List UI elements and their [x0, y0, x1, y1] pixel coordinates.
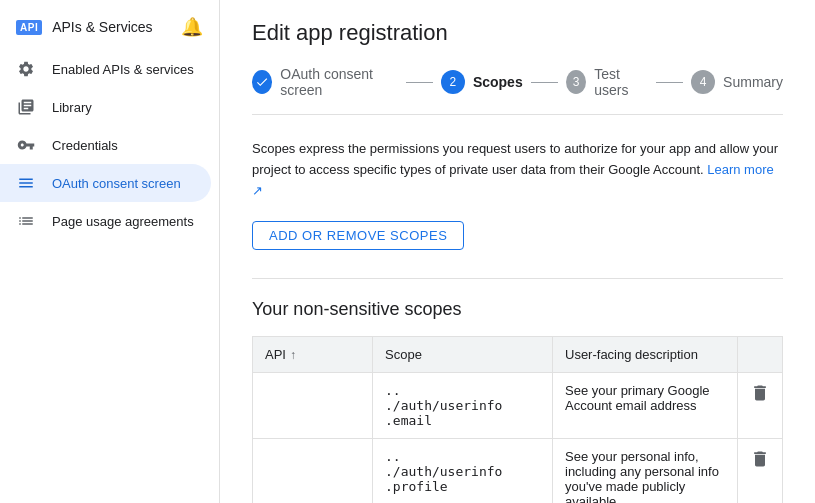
library-icon [16, 98, 36, 116]
enabled-apis-icon [16, 60, 36, 78]
sidebar-item-label: Page usage agreements [52, 214, 194, 229]
step-test-users[interactable]: 3 Test users [566, 66, 648, 98]
oauth-consent-icon [16, 174, 36, 192]
sidebar-item-oauth-consent[interactable]: OAuth consent screen [0, 164, 211, 202]
step-divider-2 [531, 82, 558, 83]
delete-row-2-button[interactable] [750, 449, 770, 469]
delete-row-1-button[interactable] [750, 383, 770, 403]
sidebar-item-label: Library [52, 100, 92, 115]
sidebar-title: APIs & Services [52, 19, 152, 35]
step-4-circle: 4 [691, 70, 715, 94]
row-1-api [253, 373, 373, 439]
row-2-scope: .../auth/userinfo.profile [373, 439, 553, 503]
sidebar-item-enabled-apis[interactable]: Enabled APIs & services [0, 50, 211, 88]
section-divider [252, 278, 783, 279]
step-divider-1 [406, 82, 433, 83]
step-divider-3 [656, 82, 683, 83]
step-2-label: Scopes [473, 74, 523, 90]
sidebar-item-label: Credentials [52, 138, 118, 153]
non-sensitive-section-title: Your non-sensitive scopes [252, 299, 783, 320]
sort-icon[interactable]: ↑ [290, 348, 296, 362]
sidebar-item-credentials[interactable]: Credentials [0, 126, 211, 164]
add-remove-scopes-button[interactable]: ADD OR REMOVE SCOPES [252, 221, 464, 250]
sidebar-item-label: OAuth consent screen [52, 176, 181, 191]
step-1-circle [252, 70, 272, 94]
sidebar: API APIs & Services 🔔 Enabled APIs & ser… [0, 0, 220, 503]
step-3-circle: 3 [566, 70, 586, 94]
page-usage-icon [16, 212, 36, 230]
step-4-label: Summary [723, 74, 783, 90]
sidebar-item-page-usage[interactable]: Page usage agreements [0, 202, 211, 240]
step-1-label: OAuth consent screen [280, 66, 397, 98]
step-oauth-consent[interactable]: OAuth consent screen [252, 66, 398, 98]
step-summary[interactable]: 4 Summary [691, 70, 783, 94]
table-row: .../auth/userinfo.email See your primary… [253, 373, 783, 439]
sidebar-header: API APIs & Services 🔔 [0, 8, 219, 50]
stepper: OAuth consent screen 2 Scopes 3 Test use… [252, 66, 783, 115]
sidebar-item-library[interactable]: Library [0, 88, 211, 126]
row-1-delete[interactable] [738, 373, 783, 439]
bell-icon[interactable]: 🔔 [181, 16, 203, 38]
row-1-description: See your primary Google Account email ad… [553, 373, 738, 439]
row-2-api [253, 439, 373, 503]
th-actions [738, 337, 783, 373]
scopes-description: Scopes express the permissions you reque… [252, 139, 783, 201]
scopes-table: API ↑ Scope User-facing description .../… [252, 336, 783, 503]
sidebar-item-label: Enabled APIs & services [52, 62, 194, 77]
row-2-description: See your personal info, including any pe… [553, 439, 738, 503]
main-content: Edit app registration OAuth consent scre… [220, 0, 815, 503]
step-scopes[interactable]: 2 Scopes [441, 70, 523, 94]
th-scope: Scope [373, 337, 553, 373]
step-3-label: Test users [594, 66, 648, 98]
table-row: .../auth/userinfo.profile See your perso… [253, 439, 783, 503]
th-description: User-facing description [553, 337, 738, 373]
row-1-scope: .../auth/userinfo.email [373, 373, 553, 439]
page-title: Edit app registration [252, 20, 783, 46]
description-text: Scopes express the permissions you reque… [252, 141, 778, 177]
api-badge: API [16, 20, 42, 35]
sidebar-nav: Enabled APIs & services Library Credenti… [0, 50, 219, 240]
credentials-icon [16, 136, 36, 154]
step-2-circle: 2 [441, 70, 465, 94]
th-api: API ↑ [253, 337, 373, 373]
row-2-delete[interactable] [738, 439, 783, 503]
